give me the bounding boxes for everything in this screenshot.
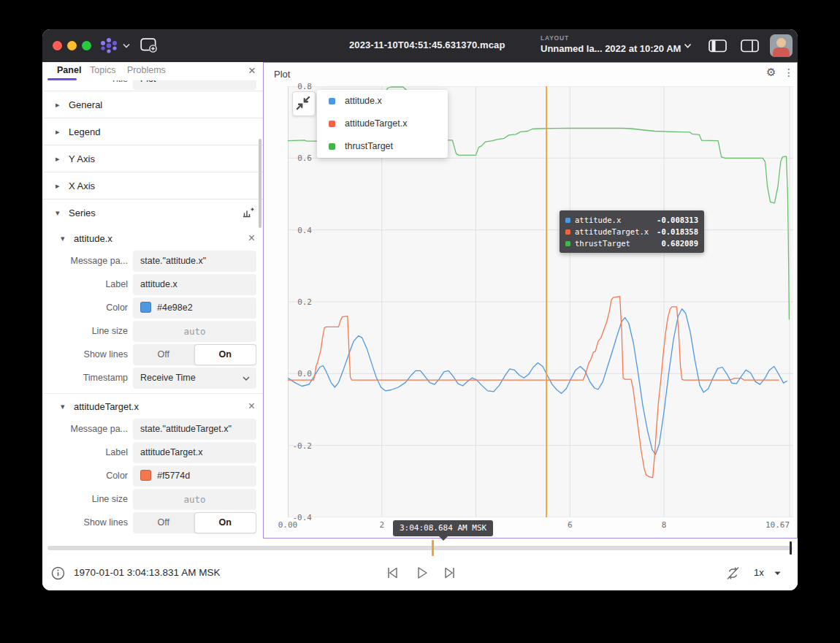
panel-settings-gear-icon[interactable]: ⚙ [766,66,776,79]
playback-speed-label[interactable]: 1x [754,567,764,578]
y-tick-label: 0.6 [268,153,312,163]
hover-tooltip: attitude.x-0.008313attitudeTarget.x-0.01… [560,210,704,253]
title-bar: 2023-11-10T04:51:45.631370.mcap LAYOUT U… [42,29,798,62]
section-y-axis[interactable]: ▸Y Axis [42,145,263,172]
series-name: attitudeTarget.x [74,401,139,412]
series-header-attitudetarget-x[interactable]: ▾attitudeTarget.x× [42,393,263,419]
chevron-down-icon [243,376,250,381]
legend-item-thrusttarget[interactable]: thrustTarget [317,135,448,158]
field-label: Line size [42,489,128,510]
remove-series-icon[interactable]: × [248,400,255,413]
add-series-icon[interactable] [242,207,254,218]
tab-panel[interactable]: Panel [57,65,81,75]
app-menu-chevron-icon[interactable] [123,43,130,48]
field-label: Label [42,274,128,295]
speed-chevron-icon[interactable] [774,571,782,577]
label-input[interactable]: attitude.x [133,274,256,295]
skip-forward-button[interactable] [442,565,457,581]
collapse-legend-button[interactable] [292,91,316,116]
field-row-line-size: Line sizeauto [42,489,263,510]
skip-back-button[interactable] [385,565,400,581]
layout-name[interactable]: Unnamed la... 2022 at 10:20 AM [541,43,681,54]
remove-series-icon[interactable]: × [248,232,255,245]
close-sidebar-icon[interactable]: × [248,64,256,78]
y-tick-label: -0.2 [268,441,312,451]
x-tick-label: 6 [555,520,584,530]
tooltip-color-swatch [565,218,570,223]
timestamp-select[interactable]: Receive Time [133,368,256,389]
field-label: Label [42,442,128,463]
field-row-label: LabelattitudeTarget.x [42,442,263,463]
line-size-input[interactable]: auto [133,321,256,342]
tooltip-series-value: 0.682089 [661,239,698,248]
add-panel-icon[interactable] [140,38,158,53]
tooltip-series-value: -0.018358 [657,227,698,236]
series-header-attitude-x[interactable]: ▾attitude.x× [42,226,263,251]
section-general[interactable]: ▸General [42,91,263,118]
field-row-color: Color#f5774d [42,465,263,487]
title-field-label: Title [42,80,128,90]
time-tooltip: 3:04:08.684 AM MSK [393,520,493,536]
label-input[interactable]: attitudeTarget.x [133,442,256,463]
legend-item-attitudetarget-x[interactable]: attitudeTarget.x [317,113,448,135]
tab-topics[interactable]: Topics [90,65,115,75]
section-series[interactable]: ▾ Series [42,199,263,226]
section-legend[interactable]: ▸Legend [42,118,263,145]
select-value: Receive Time [140,373,196,383]
y-tick-label: 0.0 [268,369,312,378]
color-swatch[interactable] [140,470,151,481]
y-tick-label: 0.4 [268,226,312,235]
tooltip-row: attitudeTarget.x-0.018358 [565,226,698,237]
left-sidebar-toggle[interactable] [709,39,728,53]
traffic-zoom-button[interactable] [82,41,91,50]
field-label: Show lines [42,344,128,365]
legend-label: attitudeTarget.x [345,118,407,129]
legend-item-attitude-x[interactable]: attitude.x [317,90,448,113]
caret-down-icon: ▾ [61,234,66,243]
tooltip-row: thrustTarget0.682089 [565,237,698,249]
seek-bar[interactable] [47,546,793,550]
tooltip-color-swatch [565,241,570,246]
loop-off-icon[interactable] [725,566,741,581]
seek-playhead[interactable] [432,540,434,556]
legend-color-swatch [329,143,335,150]
caret-right-icon: ▸ [56,181,61,191]
color-input[interactable]: #4e98e2 [133,297,256,319]
info-icon[interactable] [51,566,65,580]
file-title: 2023-11-10T04:51:45.631370.mcap [349,39,505,50]
field-label: Color [42,465,128,487]
caret-right-icon: ▸ [56,100,61,110]
toggle-option-on[interactable]: On [194,344,257,365]
right-sidebar-toggle[interactable] [741,39,760,53]
section-x-axis[interactable]: ▸X Axis [42,172,263,199]
sidebar-tabs: PanelTopicsProblems× [42,62,263,80]
series-line-attitude-x [288,309,787,454]
field-row-message-pa: Message pa...state."attitudeTarget.x" [42,419,263,440]
plot-panel[interactable]: Plot ⚙ ⋮ 0.80.60.40.20.0-0.2-0.4 0.00246… [263,62,798,539]
message-pa-input[interactable]: state."attitudeTarget.x" [133,419,256,440]
caret-right-icon: ▸ [56,127,61,137]
x-tick-label: 0.00 [273,520,302,530]
toggle-option-off[interactable]: Off [133,344,194,365]
toggle-option-on[interactable]: On [194,512,257,533]
traffic-close-button[interactable] [53,41,62,50]
color-input[interactable]: #f5774d [133,465,256,487]
color-swatch[interactable] [140,302,151,313]
tooltip-series-value: -0.008313 [657,216,698,224]
message-pa-input[interactable]: state."attitude.x" [133,251,256,272]
toggle-option-off[interactable]: Off [133,512,194,533]
tooltip-series-name: attitudeTarget.x [575,227,649,236]
caret-right-icon: ▸ [56,154,61,164]
play-button[interactable] [414,565,429,581]
title-field-input[interactable]: Plot [133,80,256,90]
layout-chevron-icon[interactable] [684,43,692,49]
sidebar-scrollbar[interactable] [259,139,261,228]
panel-menu-kebab-icon[interactable]: ⋮ [784,66,794,78]
field-label: Show lines [42,512,128,533]
field-label: Color [42,297,128,319]
tab-problems[interactable]: Problems [127,65,166,75]
line-size-input[interactable]: auto [133,489,256,510]
user-avatar[interactable] [770,34,793,57]
legend-label: attitude.x [345,96,382,106]
traffic-minimize-button[interactable] [67,41,77,50]
